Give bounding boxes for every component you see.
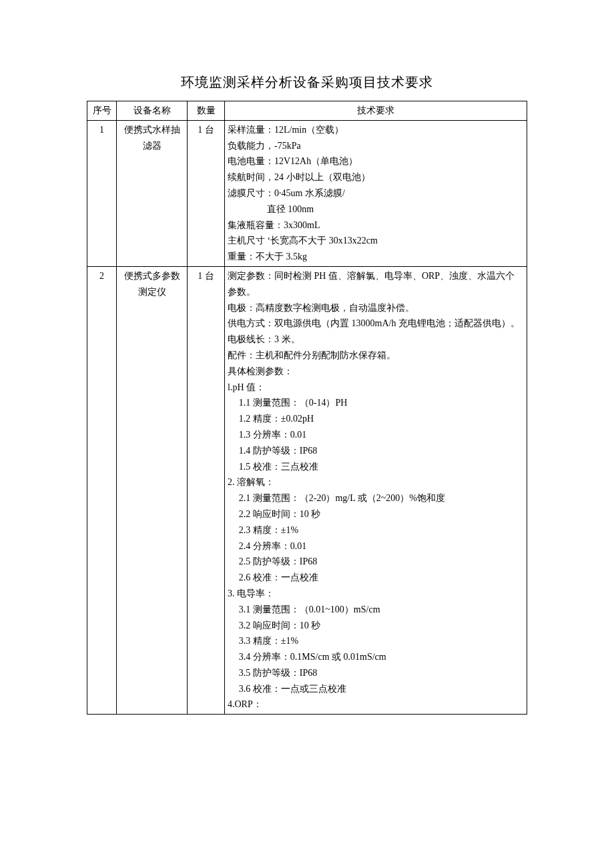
spec-text: 3.6 校准：一点或三点校准 bbox=[228, 681, 524, 697]
spec-text: 配件：主机和配件分别配制防水保存箱。 bbox=[228, 350, 396, 360]
spec-text: 2.5 防护等级：IP68 bbox=[228, 554, 524, 570]
spec-text: 主机尺寸 ‘长宽高不大于 30x13x22cm bbox=[228, 236, 378, 246]
spec-text: 3.4 分辨率：0.1MS/cm 或 0.01mS/cm bbox=[228, 649, 524, 665]
spec-text: 负载能力，-75kPa bbox=[228, 141, 301, 151]
cell-qty: 1 台 bbox=[188, 120, 225, 266]
spec-text: 测定参数：同时检测 PH 值、溶解氯、电导率、ORP、浊度、水温六个参数。 bbox=[228, 271, 515, 297]
spec-text: 1.5 校准：三点校准 bbox=[228, 459, 524, 475]
spec-text: 重量：不大于 3.5kg bbox=[228, 252, 307, 262]
cell-no: 1 bbox=[87, 120, 117, 266]
spec-text: 电池电量：12V12Ah（单电池） bbox=[228, 156, 358, 166]
spec-text: 电极：高精度数字检测电极，自动温度补偿。 bbox=[228, 303, 414, 313]
spec-text: 具体检测参数： bbox=[228, 366, 293, 376]
document-page: 环境监测采样分析设备采购项目技术要求 序号 设备名称 数量 技术要求 1 便携式… bbox=[0, 0, 614, 755]
spec-text: 1.4 防护等级：IP68 bbox=[228, 443, 524, 459]
spec-text: l.pH 值： bbox=[228, 382, 265, 392]
header-no: 序号 bbox=[87, 101, 117, 121]
spec-text: 供电方式：双电源供电（内置 13000mA/h 充电锂电池；适配器供电）。 bbox=[228, 318, 520, 328]
spec-text: 滤膜尺寸：0·45um 水系滤膜/ bbox=[228, 188, 345, 198]
spec-table: 序号 设备名称 数量 技术要求 1 便携式水样抽滤器 1 台 采样流量：12L/… bbox=[87, 101, 527, 715]
spec-text: 3.3 精度：±1% bbox=[228, 633, 524, 649]
spec-text: 1.2 精度：±0.02pH bbox=[228, 411, 524, 427]
header-name: 设备名称 bbox=[117, 101, 188, 121]
spec-text: 续航时间，24 小时以上（双电池） bbox=[228, 172, 370, 182]
spec-text: 3.5 防护等级：IP68 bbox=[228, 665, 524, 681]
spec-text: 2.2 响应时间：10 秒 bbox=[228, 506, 524, 522]
cell-qty: 1 台 bbox=[188, 266, 225, 714]
spec-text: 电极线长：3 米。 bbox=[228, 334, 300, 344]
cell-name: 便携式水样抽滤器 bbox=[117, 120, 188, 266]
cell-no: 2 bbox=[87, 266, 117, 714]
spec-text: 2.4 分辨率：0.01 bbox=[228, 538, 524, 554]
cell-name: 便携式多参数测定仪 bbox=[117, 266, 188, 714]
table-header-row: 序号 设备名称 数量 技术要求 bbox=[87, 101, 527, 121]
spec-text: 2.1 测量范围：（2-20）mg/L 或（2~200）%饱和度 bbox=[228, 490, 524, 506]
page-title: 环境监测采样分析设备采购项目技术要求 bbox=[87, 73, 527, 91]
spec-text: 1.1 测量范围：（0-14）PH bbox=[228, 395, 524, 411]
spec-text: 集液瓶容量：3x300mL bbox=[228, 220, 320, 230]
spec-text: 4.ORP： bbox=[228, 699, 262, 709]
spec-text: 3.1 测量范围：（0.01~100）mS/cm bbox=[228, 602, 524, 618]
spec-text: 直径 100nm bbox=[228, 201, 524, 218]
spec-text: 1.3 分辨率：0.01 bbox=[228, 427, 524, 443]
spec-text: 采样流量：12L/min（空载） bbox=[228, 125, 344, 135]
table-row: 2 便携式多参数测定仪 1 台 测定参数：同时检测 PH 值、溶解氯、电导率、O… bbox=[87, 266, 527, 714]
spec-text: 2. 溶解氧： bbox=[228, 477, 274, 487]
header-spec: 技术要求 bbox=[225, 101, 527, 121]
table-row: 1 便携式水样抽滤器 1 台 采样流量：12L/min（空载） 负载能力，-75… bbox=[87, 120, 527, 266]
header-qty: 数量 bbox=[188, 101, 225, 121]
spec-text: 2.6 校准：一点校准 bbox=[228, 570, 524, 586]
cell-spec: 测定参数：同时检测 PH 值、溶解氯、电导率、ORP、浊度、水温六个参数。 电极… bbox=[225, 266, 527, 714]
spec-text: 3. 电导率： bbox=[228, 588, 274, 598]
spec-text: 3.2 响应时间：10 秒 bbox=[228, 618, 524, 634]
spec-text: 2.3 精度：±1% bbox=[228, 522, 524, 538]
cell-spec: 采样流量：12L/min（空载） 负载能力，-75kPa 电池电量：12V12A… bbox=[225, 120, 527, 266]
